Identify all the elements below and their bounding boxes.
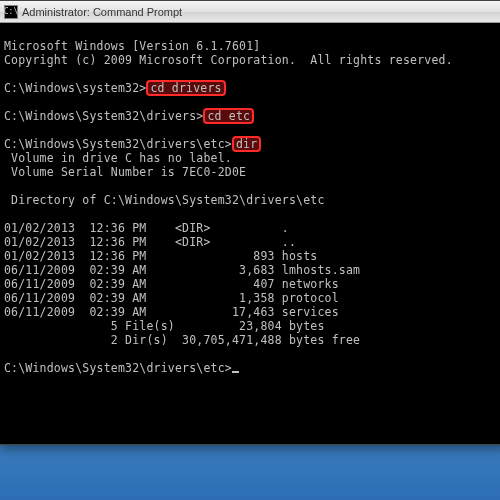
dir-row: 06/11/2009 02:39 AM 407 networks	[4, 277, 339, 291]
dir-row: 01/02/2013 12:36 PM 893 hosts	[4, 249, 317, 263]
cmd-icon: C:\	[4, 5, 18, 19]
prompt: C:\Windows\System32\drivers\etc>	[4, 137, 232, 151]
dir-row: 06/11/2009 02:39 AM 3,683 lmhosts.sam	[4, 263, 360, 277]
output-line: Directory of C:\Windows\System32\drivers…	[4, 193, 325, 207]
titlebar[interactable]: C:\ Administrator: Command Prompt	[0, 1, 500, 23]
dir-row: 01/02/2013 12:36 PM <DIR> .	[4, 221, 289, 235]
dir-row: 06/11/2009 02:39 AM 1,358 protocol	[4, 291, 339, 305]
dir-row: 01/02/2013 12:36 PM <DIR> ..	[4, 235, 296, 249]
prompt: C:\Windows\System32\drivers\etc>	[4, 361, 232, 375]
dir-row: 06/11/2009 02:39 AM 17,463 services	[4, 305, 339, 319]
summary-line: 5 File(s) 23,804 bytes	[4, 319, 325, 333]
cursor	[232, 371, 239, 373]
banner-line: Microsoft Windows [Version 6.1.7601]	[4, 39, 260, 53]
window-title: Administrator: Command Prompt	[22, 6, 182, 18]
output-line: Volume Serial Number is 7EC0-2D0E	[4, 165, 246, 179]
banner-line: Copyright (c) 2009 Microsoft Corporation…	[4, 53, 453, 67]
output-line: Volume in drive C has no label.	[4, 151, 232, 165]
highlighted-command: cd drivers	[146, 80, 225, 96]
terminal-output[interactable]: Microsoft Windows [Version 6.1.7601] Cop…	[0, 23, 500, 444]
summary-line: 2 Dir(s) 30,705,471,488 bytes free	[4, 333, 360, 347]
prompt: C:\Windows\System32\drivers>	[4, 109, 203, 123]
command-prompt-window: C:\ Administrator: Command Prompt Micros…	[0, 0, 500, 445]
highlighted-command: dir	[232, 136, 261, 152]
highlighted-command: cd etc	[203, 108, 254, 124]
prompt: C:\Windows\system32>	[4, 81, 146, 95]
